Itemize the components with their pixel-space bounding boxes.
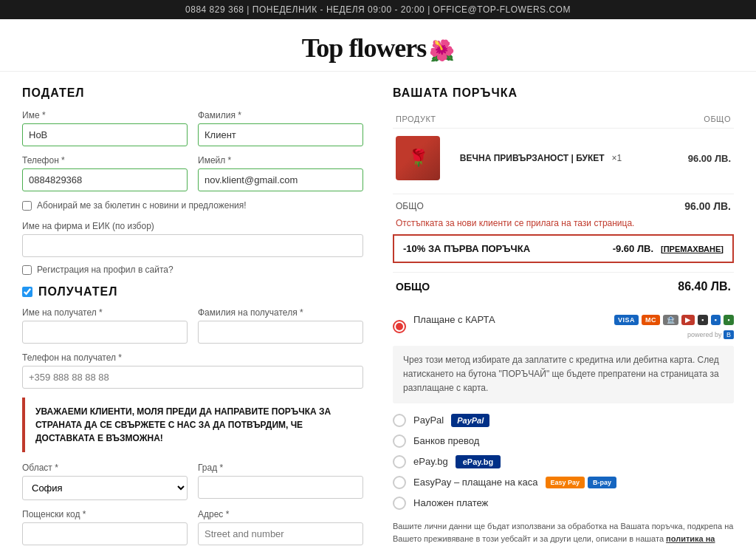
total-label: ОБЩО — [396, 281, 430, 293]
phone-number: 0884 829 368 — [185, 4, 244, 15]
pay-icon3: ▪ — [711, 315, 721, 325]
pay-icon1: ▶ — [681, 315, 695, 325]
bank-label: Банков превод — [413, 435, 479, 446]
col-total-header: ОБЩО — [671, 110, 734, 129]
phone-label: Телефон * — [22, 155, 188, 166]
eik-input[interactable] — [22, 234, 363, 257]
email-input[interactable] — [198, 168, 363, 191]
easypay-logo: Easy Pay — [546, 477, 585, 488]
cash-option: Наложен платеж — [393, 497, 734, 510]
recipient-checkbox[interactable] — [22, 287, 32, 297]
recipient-phone-group: Телефон на получател * — [22, 352, 363, 389]
product-image: 🌹 — [396, 136, 440, 180]
card-radio-inner — [396, 323, 403, 330]
card-payment-option: Плащане с КАРТА VISA MC 🏦 ▶ ▪ ▪ ▪ powere… — [393, 314, 734, 338]
discount-notice: Отстъпката за нови клиенти се прилага на… — [393, 218, 734, 234]
discount-remove-button[interactable]: [ПРЕМАХВАНЕ] — [661, 245, 724, 253]
easypay-label: EasyPay – плащане на каса — [413, 477, 538, 488]
name-group: Име * — [22, 110, 188, 146]
logo-area: Top flowers🌺 — [0, 19, 756, 72]
family-group: Фамилия * — [198, 110, 363, 146]
paypal-option: PayPal PayPal — [393, 414, 734, 427]
cash-radio[interactable] — [393, 497, 406, 510]
left-column: ПОДАТЕЛ Име * Фамилия * Телефон * — [22, 86, 363, 549]
pay-icon4: ▪ — [724, 315, 734, 325]
right-column: ВАШАТА ПОРЪЧКА ПРОДУКТ ОБЩО 🌹 ВЕЧНА — [393, 86, 734, 549]
easypay-radio[interactable] — [393, 476, 406, 489]
logo-flower-icon: 🌺 — [429, 38, 454, 63]
grad-group: Град * — [198, 463, 363, 500]
visa-icon: VISA — [614, 315, 639, 325]
eik-group: Име на фирма и ЕИК (по избор) — [22, 221, 363, 265]
card-payment-details: Плащане с КАРТА VISA MC 🏦 ▶ ▪ ▪ ▪ powere… — [413, 314, 734, 338]
recipient-name-label: Име на получател * — [22, 307, 188, 318]
name-label: Име * — [22, 110, 188, 120]
newsletter-row: Абонирай ме за бюлетин с новини и предло… — [22, 200, 363, 211]
discount-row: -10% ЗА ПЪРВА ПОРЪЧКА -9.60 ЛВ. [ПРЕМАХВ… — [393, 234, 734, 263]
sender-title: ПОДАТЕЛ — [22, 86, 363, 100]
address-group: Адрес * — [198, 509, 363, 545]
powered-by: powered by B — [413, 331, 734, 338]
oblast-group: Област * София — [22, 463, 188, 500]
email-address: OFFICE@TOP-FLOWERS.COM — [433, 4, 571, 15]
subtotal-row: ОБЩО 96.00 ЛВ. — [393, 194, 734, 218]
card-icons: VISA MC 🏦 ▶ ▪ ▪ ▪ — [614, 315, 734, 325]
grad-input[interactable] — [198, 476, 363, 499]
card-payment-label: Плащане с КАРТА — [413, 314, 495, 325]
register-label: Регистрация на профил в сайта? — [37, 265, 173, 275]
newsletter-checkbox[interactable] — [22, 201, 32, 211]
logo-name: Top flowers — [302, 33, 427, 63]
order-table: ПРОДУКТ ОБЩО 🌹 ВЕЧНА ПРИВЪРЗАНОСТ | БУКЕ… — [393, 110, 734, 188]
mastercard-icon: MC — [642, 315, 660, 325]
address-input[interactable] — [198, 522, 363, 545]
recipient-family-label: Фамилия на получателя * — [198, 307, 363, 318]
phone-input[interactable] — [22, 168, 188, 191]
discount-amount: -9.60 ЛВ. — [613, 243, 653, 254]
family-input[interactable] — [198, 123, 363, 146]
recipient-title-row: ПОЛУЧАТЕЛ — [22, 285, 363, 299]
total-value: 86.40 ЛВ. — [678, 280, 731, 293]
email-group: Имейл * — [198, 155, 363, 191]
postal-input[interactable] — [22, 522, 188, 545]
maestro-icon: 🏦 — [663, 315, 679, 325]
register-checkbox[interactable] — [22, 265, 32, 275]
privacy-notice: Вашите лични данни ще бъдат използвани з… — [393, 520, 734, 549]
easypay-logos: Easy Pay B-pay — [546, 477, 617, 488]
recipient-name-row: Име на получател * Фамилия на получателя… — [22, 307, 363, 344]
separator1: | — [247, 4, 250, 15]
epay-radio[interactable] — [393, 455, 406, 468]
recipient-phone-input[interactable] — [22, 366, 363, 389]
paypal-radio[interactable] — [393, 414, 406, 427]
family-label: Фамилия * — [198, 110, 363, 120]
paypal-label: PayPal — [413, 415, 444, 426]
logo-text[interactable]: Top flowers🌺 — [302, 33, 455, 63]
oblast-label: Област * — [22, 463, 188, 473]
bank-radio[interactable] — [393, 434, 406, 448]
recipient-name-input[interactable] — [22, 321, 188, 344]
phone-email-row: Телефон * Имейл * — [22, 155, 363, 191]
recipient-family-input[interactable] — [198, 321, 363, 344]
product-info-cell: ВЕЧНА ПРИВЪРЗАНОСТ | БУКЕТ ×1 — [457, 129, 671, 188]
table-row: 🌹 ВЕЧНА ПРИВЪРЗАНОСТ | БУКЕТ ×1 96.00 ЛВ… — [393, 129, 734, 188]
recipient-phone-label: Телефон на получател * — [22, 352, 363, 363]
card-radio[interactable] — [393, 320, 406, 333]
separator2: | — [427, 4, 430, 15]
product-image-cell: 🌹 — [393, 129, 457, 188]
oblast-select[interactable]: София — [22, 476, 188, 500]
cash-label: Наложен платеж — [413, 497, 488, 508]
borica-logo: B — [724, 330, 734, 339]
recipient-family-group: Фамилия на получателя * — [198, 307, 363, 344]
register-row: Регистрация на профил в сайта? — [22, 265, 363, 275]
bpay-logo: B-pay — [588, 477, 616, 488]
recipient-section: ПОЛУЧАТЕЛ Име на получател * Фамилия на … — [22, 285, 363, 545]
oblast-grad-row: Област * София Град * — [22, 463, 363, 500]
postal-label: Пощенски код * — [22, 509, 188, 519]
paypal-logo: PayPal — [451, 414, 489, 427]
main-container: ПОДАТЕЛ Име * Фамилия * Телефон * — [0, 72, 756, 549]
postal-address-row: Пощенски код * Адрес * — [22, 509, 363, 545]
total-row: ОБЩО 86.40 ЛВ. — [393, 272, 734, 301]
name-family-row: Име * Фамилия * — [22, 110, 363, 146]
epay-logo: ePay.bg — [456, 455, 501, 468]
name-input[interactable] — [22, 123, 188, 146]
subtotal-label: ОБЩО — [396, 201, 424, 211]
